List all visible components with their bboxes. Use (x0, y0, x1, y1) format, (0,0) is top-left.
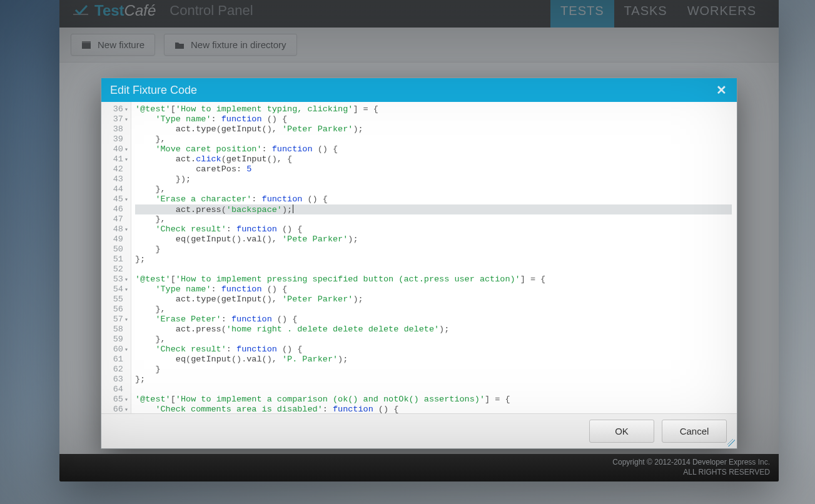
line-number: 51 (108, 255, 128, 265)
code-line[interactable]: } (135, 365, 732, 375)
code-line[interactable]: act.type(getInput(), 'Peter Parker'); (135, 124, 732, 134)
edit-fixture-modal: Edit Fixture Code ✕ 36▾37▾38 39 40▾41▾42… (101, 78, 737, 449)
code-editor[interactable]: 36▾37▾38 39 40▾41▾42 43 44 45▾46 47 48▾4… (101, 102, 737, 413)
line-number: 56 (108, 305, 128, 315)
code-line[interactable]: }, (135, 335, 732, 345)
line-number: 39 (108, 134, 128, 144)
line-number: 60▾ (108, 345, 128, 355)
code-line[interactable]: 'Check result': function () { (135, 345, 732, 355)
ok-button[interactable]: OK (589, 420, 654, 443)
line-number-gutter: 36▾37▾38 39 40▾41▾42 43 44 45▾46 47 48▾4… (101, 102, 131, 413)
code-line[interactable]: }, (135, 305, 732, 315)
resize-grip-icon[interactable] (727, 439, 735, 446)
code-line[interactable]: }); (135, 174, 732, 184)
modal-footer: OK Cancel (101, 413, 737, 448)
line-number: 44 (108, 184, 128, 194)
code-line[interactable]: 'Type name': function () { (135, 285, 732, 295)
line-number: 54▾ (108, 285, 128, 295)
code-line[interactable]: }, (135, 184, 732, 194)
line-number: 48▾ (108, 224, 128, 234)
line-number: 63 (108, 375, 128, 385)
code-line[interactable]: }, (135, 214, 732, 224)
line-number: 62 (108, 365, 128, 375)
code-line[interactable]: 'Erase a character': function () { (135, 194, 732, 204)
code-line[interactable]: '@test'['How to implement typing, clicki… (135, 104, 732, 114)
code-line[interactable]: act.press('home right . delete delete de… (135, 325, 732, 335)
code-line[interactable]: }; (135, 375, 732, 385)
code-line[interactable] (135, 385, 732, 395)
code-line[interactable]: } (135, 244, 732, 255)
line-number: 59 (108, 335, 128, 345)
line-number: 53▾ (108, 275, 128, 285)
code-line[interactable]: 'Check comments area is disabled': funct… (135, 405, 732, 413)
code-line[interactable]: 'Type name': function () { (135, 114, 732, 124)
line-number: 36▾ (108, 104, 128, 114)
line-number: 57▾ (108, 315, 128, 325)
code-line[interactable]: 'Erase Peter': function () { (135, 315, 732, 325)
line-number: 50 (108, 244, 128, 255)
line-number: 43 (108, 174, 128, 184)
modal-title: Edit Fixture Code (110, 84, 197, 97)
code-line[interactable]: '@test'['How to implement a comparison (… (135, 395, 732, 405)
code-line[interactable]: 'Check result': function () { (135, 224, 732, 234)
code-line[interactable]: act.press('backspace'); (135, 204, 732, 214)
window-footer: Copyright © 2012-2014 Developer Express … (59, 454, 779, 481)
line-number: 52 (108, 265, 128, 275)
line-number: 40▾ (108, 144, 128, 154)
code-line[interactable]: 'Move caret position': function () { (135, 144, 732, 154)
line-number: 55 (108, 295, 128, 305)
line-number: 45▾ (108, 194, 128, 204)
line-number: 47 (108, 214, 128, 224)
line-number: 42 (108, 164, 128, 174)
line-number: 66▾ (108, 405, 128, 413)
line-number: 46 (108, 204, 128, 214)
line-number: 38 (108, 124, 128, 134)
line-number: 61 (108, 355, 128, 365)
code-line[interactable]: act.click(getInput(), { (135, 154, 732, 164)
modal-header: Edit Fixture Code ✕ (101, 78, 737, 102)
code-line[interactable]: act.type(getInput(), 'Peter Parker'); (135, 295, 732, 305)
code-line[interactable]: caretPos: 5 (135, 164, 732, 174)
footer-rights: ALL RIGHTS RESERVED (612, 468, 770, 478)
line-number: 65▾ (108, 395, 128, 405)
line-number: 41▾ (108, 154, 128, 164)
code-line[interactable]: eq(getInput().val(), 'P. Parker'); (135, 355, 732, 365)
cancel-button[interactable]: Cancel (662, 420, 727, 443)
line-number: 49 (108, 234, 128, 244)
code-line[interactable] (135, 265, 732, 275)
code-line[interactable]: }, (135, 134, 732, 144)
code-area[interactable]: '@test'['How to implement typing, clicki… (131, 102, 737, 413)
close-icon[interactable]: ✕ (714, 83, 728, 97)
app-window: TestCafé Control Panel TESTS TASKS WORKE… (59, 0, 779, 481)
line-number: 64 (108, 385, 128, 395)
footer-copyright: Copyright © 2012-2014 Developer Express … (612, 458, 770, 468)
code-line[interactable]: eq(getInput().val(), 'Pete Parker'); (135, 234, 732, 244)
line-number: 37▾ (108, 114, 128, 124)
code-line[interactable]: '@test'['How to implement pressing speci… (135, 275, 732, 285)
line-number: 58 (108, 325, 128, 335)
code-line[interactable]: }; (135, 255, 732, 265)
